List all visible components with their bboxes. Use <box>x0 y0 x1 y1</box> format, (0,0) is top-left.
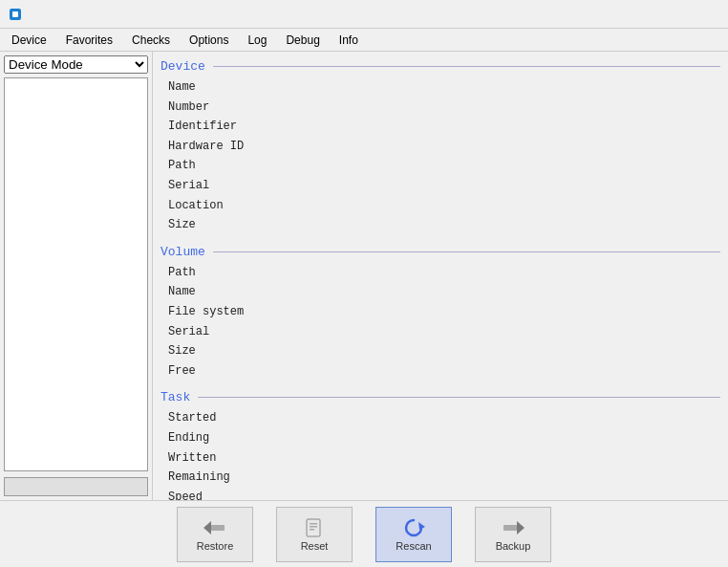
menu-bar: Device Favorites Checks Options Log Debu… <box>0 29 728 52</box>
field-path: Path <box>161 263 720 283</box>
section-line-volume <box>213 251 720 252</box>
info-section-volume: VolumePathNameFile systemSerialSizeFree <box>161 245 720 382</box>
field-size: Size <box>161 215 720 235</box>
rescan-button[interactable]: Rescan <box>375 507 452 562</box>
toolbar: Restore Reset Rescan Backup <box>0 500 728 567</box>
field-hardware-id: Hardware ID <box>161 137 720 157</box>
title-bar <box>0 0 728 29</box>
section-line-task <box>198 397 720 398</box>
restore-label: Restore <box>197 540 234 552</box>
right-panel: DeviceNameNumberIdentifierHardware IDPat… <box>153 52 728 500</box>
section-title-task: Task <box>161 390 190 404</box>
field-size: Size <box>161 341 720 361</box>
backup-label: Backup <box>496 540 531 552</box>
svg-rect-6 <box>310 526 317 528</box>
svg-rect-7 <box>310 529 314 531</box>
field-name: Name <box>161 77 720 98</box>
field-location: Location <box>161 196 720 216</box>
field-free: Free <box>161 361 720 382</box>
svg-rect-4 <box>307 519 320 536</box>
info-section-device: DeviceNameNumberIdentifierHardware IDPat… <box>161 59 720 235</box>
scrollbar-area <box>4 477 148 496</box>
section-title-device: Device <box>161 59 205 74</box>
info-section-task: TaskStartedEndingWrittenRemainingSpeed <box>161 390 720 500</box>
svg-rect-10 <box>503 525 517 531</box>
device-list[interactable] <box>4 77 148 471</box>
section-header-volume: Volume <box>161 245 720 259</box>
field-serial: Serial <box>161 322 720 342</box>
close-button[interactable] <box>692 5 720 24</box>
reset-label: Reset <box>301 540 329 552</box>
reset-button[interactable]: Reset <box>276 507 353 562</box>
section-header-task: Task <box>161 390 720 404</box>
field-path: Path <box>161 156 720 176</box>
section-line-device <box>213 66 720 67</box>
field-name: Name <box>161 282 720 302</box>
backup-icon <box>500 517 526 538</box>
menu-favorites[interactable]: Favorites <box>56 29 122 51</box>
field-file-system: File system <box>161 302 720 322</box>
backup-button[interactable]: Backup <box>475 507 551 562</box>
field-ending: Ending <box>161 428 720 448</box>
menu-log[interactable]: Log <box>238 29 276 51</box>
left-panel: Device Mode Volume Mode <box>0 52 153 500</box>
window-controls <box>627 5 720 24</box>
menu-info[interactable]: Info <box>330 29 368 51</box>
restore-icon <box>202 517 228 538</box>
svg-rect-3 <box>211 525 225 531</box>
title-left <box>8 7 29 22</box>
maximize-button[interactable] <box>659 5 688 24</box>
field-number: Number <box>161 98 720 118</box>
svg-rect-5 <box>310 523 317 525</box>
section-title-volume: Volume <box>161 245 205 259</box>
svg-rect-1 <box>12 11 18 17</box>
field-remaining: Remaining <box>161 468 720 488</box>
field-started: Started <box>161 408 720 428</box>
menu-options[interactable]: Options <box>180 29 238 51</box>
field-serial: Serial <box>161 176 720 196</box>
rescan-label: Rescan <box>396 540 431 552</box>
menu-device[interactable]: Device <box>2 29 56 51</box>
menu-debug[interactable]: Debug <box>276 29 329 51</box>
device-mode-select[interactable]: Device Mode Volume Mode <box>4 55 148 74</box>
restore-button[interactable]: Restore <box>177 507 253 562</box>
minimize-button[interactable] <box>627 5 655 24</box>
field-speed: Speed <box>161 488 720 500</box>
app-icon <box>8 7 23 22</box>
reset-icon <box>301 517 328 538</box>
section-header-device: Device <box>161 59 720 74</box>
field-identifier: Identifier <box>161 117 720 137</box>
rescan-icon <box>400 517 427 538</box>
field-written: Written <box>161 448 720 469</box>
menu-checks[interactable]: Checks <box>122 29 180 51</box>
main-area: Device Mode Volume Mode DeviceNameNumber… <box>0 52 728 500</box>
